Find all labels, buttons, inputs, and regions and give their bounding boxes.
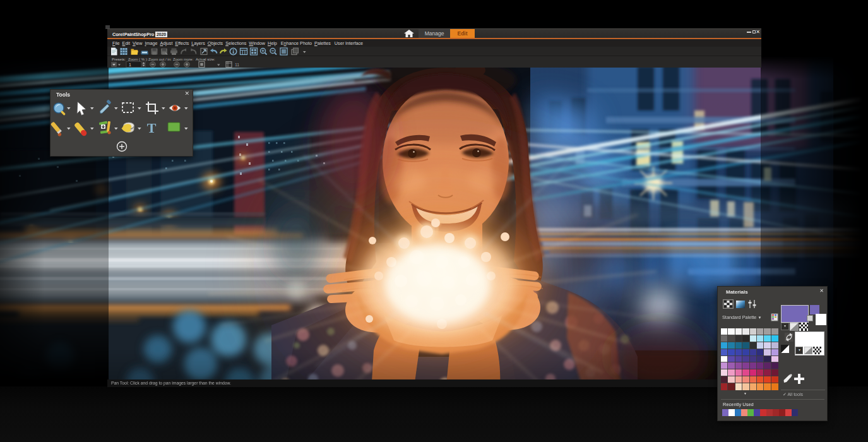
svg-text:T: T: [147, 120, 157, 136]
svg-text:11: 11: [235, 63, 239, 67]
svg-text:1: 1: [129, 63, 131, 67]
